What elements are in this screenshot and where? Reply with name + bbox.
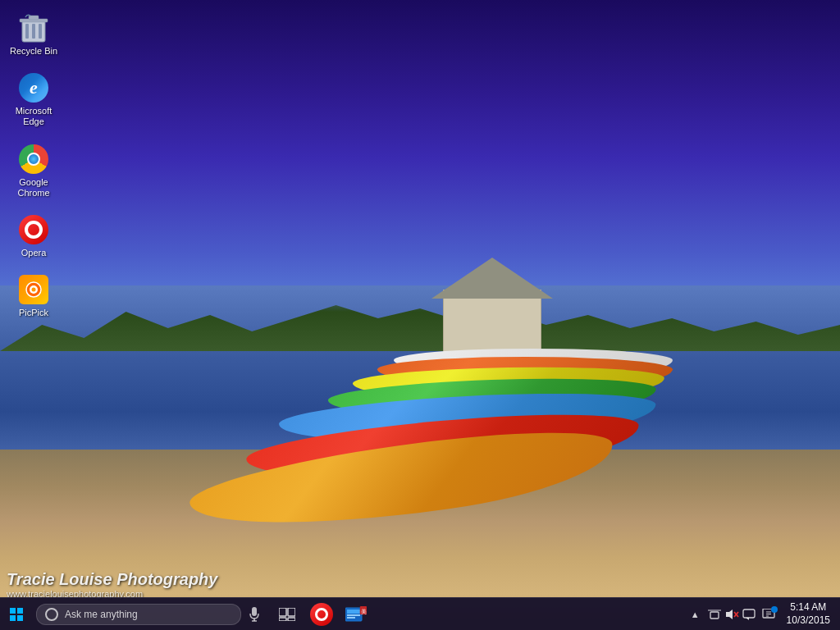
svg-rect-1 xyxy=(25,24,29,39)
photo-watermark: Tracie Louise Photography www.tracieloui… xyxy=(7,570,217,599)
edge-graphic: e xyxy=(17,71,50,104)
edge-icon-shape: e xyxy=(19,73,48,103)
svg-text:美: 美 xyxy=(361,609,367,614)
clock-date: 10/3/2015 xyxy=(787,614,830,628)
taskbar-app-3-icon: 美 xyxy=(345,606,367,623)
svg-rect-13 xyxy=(288,608,295,616)
svg-rect-19 xyxy=(347,617,355,619)
recycle-bin-icon[interactable]: Recycle Bin xyxy=(4,8,63,60)
opera-icon-inner xyxy=(25,221,43,239)
opera-icon-shape xyxy=(19,215,48,244)
clock[interactable]: 5:14 AM 10/3/2015 xyxy=(780,601,837,627)
picpick-icon-shape xyxy=(19,275,48,304)
svg-rect-14 xyxy=(279,618,286,621)
chrome-icon-center xyxy=(27,153,40,166)
watermark-title: Tracie Louise Photography xyxy=(7,570,217,589)
taskbar-opera-icon xyxy=(310,603,333,626)
taskbar: Ask me anything xyxy=(0,597,840,630)
task-view-button[interactable] xyxy=(271,598,304,631)
picpick-graphic xyxy=(17,273,50,306)
svg-rect-9 xyxy=(252,607,257,616)
recycle-bin-graphic xyxy=(17,11,50,44)
opera-label: Opera xyxy=(21,248,47,258)
action-center-flag-icon[interactable] xyxy=(762,609,775,620)
svg-rect-15 xyxy=(288,618,295,621)
taskbar-app-3[interactable]: 美 xyxy=(340,598,372,631)
opera-icon[interactable]: Opera xyxy=(4,210,63,262)
svg-rect-22 xyxy=(710,612,719,619)
svg-rect-27 xyxy=(743,609,755,618)
volume-tray-icon[interactable] xyxy=(724,609,739,620)
cortana-mic-button[interactable] xyxy=(241,598,267,631)
search-bar[interactable]: Ask me anything xyxy=(36,604,241,625)
network-tray-icon[interactable] xyxy=(708,609,721,620)
chrome-graphic xyxy=(17,143,50,176)
svg-marker-24 xyxy=(726,609,733,619)
opera-graphic xyxy=(17,213,50,246)
show-hidden-icons-button[interactable]: ▲ xyxy=(689,609,701,619)
start-button[interactable] xyxy=(0,598,33,631)
search-icon xyxy=(45,608,58,621)
chrome-icon-shape xyxy=(19,144,48,174)
svg-rect-3 xyxy=(39,24,42,39)
svg-rect-12 xyxy=(279,608,286,616)
tray-icons xyxy=(703,609,760,620)
taskbar-pinned-apps: 美 xyxy=(271,598,372,631)
windows-logo-icon xyxy=(10,608,23,621)
system-tray: ▲ xyxy=(689,598,840,630)
notifications-tray-icon[interactable] xyxy=(742,609,756,620)
chrome-label: Google Chrome xyxy=(7,177,60,199)
svg-rect-2 xyxy=(32,24,35,39)
microphone-icon xyxy=(249,607,259,622)
svg-point-8 xyxy=(32,288,36,292)
microsoft-edge-icon[interactable]: e Microsoft Edge xyxy=(4,68,63,130)
desktop-icons: Recycle Bin e Microsoft Edge Google Chro… xyxy=(0,0,67,330)
edge-label: Microsoft Edge xyxy=(7,106,60,127)
notification-badge xyxy=(771,606,778,613)
task-view-icon xyxy=(279,608,295,621)
taskbar-opera-button[interactable] xyxy=(305,598,338,631)
desktop: Tracie Louise Photography www.tracieloui… xyxy=(0,0,840,630)
search-placeholder: Ask me anything xyxy=(65,609,138,620)
svg-rect-17 xyxy=(347,609,360,614)
svg-rect-5 xyxy=(29,16,39,20)
svg-rect-18 xyxy=(347,614,360,616)
picpick-label: PicPick xyxy=(19,308,48,318)
clock-time: 5:14 AM xyxy=(790,601,826,614)
google-chrome-icon[interactable]: Google Chrome xyxy=(4,139,63,202)
picpick-icon[interactable]: PicPick xyxy=(4,270,63,322)
recycle-bin-label: Recycle Bin xyxy=(10,46,57,57)
taskbar-opera-inner xyxy=(315,608,328,621)
